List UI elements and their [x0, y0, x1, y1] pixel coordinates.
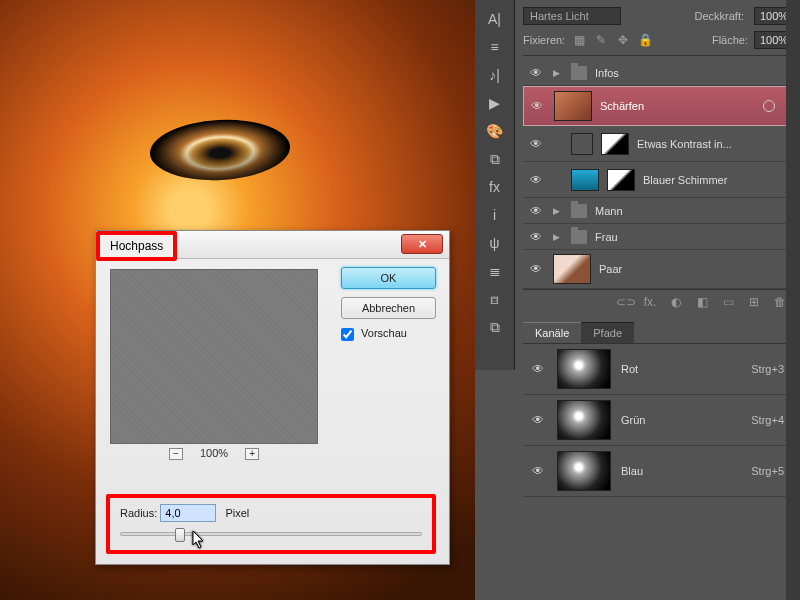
visibility-icon[interactable]: 👁	[529, 464, 547, 478]
visibility-icon[interactable]: 👁	[529, 362, 547, 376]
zoom-in-button[interactable]: +	[245, 448, 259, 460]
channel-thumb[interactable]	[557, 451, 611, 491]
channels-pfade-tabs: Kanäle Pfade	[523, 322, 794, 343]
layer-group-infos[interactable]: 👁 ▶ Infos	[523, 60, 794, 86]
visibility-icon[interactable]: 👁	[528, 99, 546, 113]
layer-paar[interactable]: 👁 Paar	[523, 250, 794, 289]
panel-icon-play[interactable]: ▶	[480, 90, 510, 116]
visibility-icon[interactable]: 👁	[527, 173, 545, 187]
folder-icon	[571, 204, 587, 218]
new-layer-icon[interactable]: ⊞	[746, 295, 762, 309]
folder-icon	[571, 230, 587, 244]
scrollbar[interactable]	[786, 0, 800, 600]
visibility-icon[interactable]: 👁	[527, 230, 545, 244]
mask-thumb[interactable]	[607, 169, 635, 191]
lock-move-icon[interactable]: ✥	[615, 32, 631, 48]
channel-thumb[interactable]	[557, 349, 611, 389]
layer-group-frau[interactable]: 👁 ▶ Frau	[523, 224, 794, 250]
panel-icon-swatches[interactable]: 🎨	[480, 118, 510, 144]
folder-icon	[571, 66, 587, 80]
panel-icon-misc[interactable]: ⧉	[480, 314, 510, 340]
channel-row-green[interactable]: 👁 Grün Strg+4	[523, 395, 794, 446]
lock-paint-icon[interactable]: ✎	[593, 32, 609, 48]
layer-blauer-schimmer[interactable]: 👁 Blauer Schimmer	[523, 162, 794, 198]
layer-name[interactable]: Paar	[599, 263, 790, 275]
blend-mode-select[interactable]: Hartes Licht	[523, 7, 621, 25]
right-panel-area: A| ≡ ♪| ▶ 🎨 ⧉ fx i ψ ≣ ⧈ ⧉ Hartes Licht …	[475, 0, 800, 600]
collapsed-panel-strip[interactable]: A| ≡ ♪| ▶ 🎨 ⧉ fx i ψ ≣ ⧈ ⧉	[475, 0, 515, 370]
channel-shortcut: Strg+3	[751, 363, 784, 375]
layer-name[interactable]: Frau	[595, 231, 790, 243]
chevron-right-icon[interactable]: ▶	[553, 206, 563, 216]
radius-slider[interactable]	[120, 532, 422, 536]
tab-paths[interactable]: Pfade	[581, 322, 634, 343]
channel-thumb[interactable]	[557, 400, 611, 440]
channel-shortcut: Strg+5	[751, 465, 784, 477]
fx-icon[interactable]: fx.	[642, 295, 658, 309]
layer-name[interactable]: Blauer Schimmer	[643, 174, 790, 186]
layer-name[interactable]: Etwas Kontrast in...	[637, 138, 790, 150]
link-icon[interactable]: ⊂⊃	[616, 295, 632, 309]
layers-panel[interactable]: 👁 ▶ Infos 👁 Schärfen 👁 Etwas Kontrast in…	[523, 56, 794, 289]
image-eye-detail	[149, 116, 292, 183]
panel-icon-glyphs[interactable]: ♪|	[480, 62, 510, 88]
lock-pixels-icon[interactable]: ▦	[571, 32, 587, 48]
zoom-level: 100%	[200, 447, 228, 459]
adjustment-icon[interactable]: ◧	[694, 295, 710, 309]
panel-icon-info[interactable]: i	[480, 202, 510, 228]
radius-input[interactable]	[160, 504, 216, 522]
panel-icon-paragraph[interactable]: ≡	[480, 34, 510, 60]
visibility-icon[interactable]: 👁	[527, 137, 545, 151]
layer-thumb[interactable]	[554, 91, 592, 121]
radius-label: Radius:	[120, 507, 157, 519]
chevron-right-icon[interactable]: ▶	[553, 232, 563, 242]
adjust-thumb[interactable]	[571, 133, 593, 155]
channel-name: Grün	[621, 414, 741, 426]
visibility-icon[interactable]: 👁	[527, 66, 545, 80]
layer-name[interactable]: Infos	[595, 67, 790, 79]
panel-icon-list[interactable]: ≣	[480, 258, 510, 284]
radius-slider-thumb[interactable]	[175, 528, 185, 542]
opacity-label: Deckkraft:	[694, 10, 744, 22]
layer-thumb[interactable]	[553, 254, 591, 284]
lock-all-icon[interactable]: 🔒	[637, 32, 653, 48]
channels-panel[interactable]: 👁 Rot Strg+3 👁 Grün Strg+4 👁 Blau Strg+5	[523, 343, 794, 497]
tab-channels[interactable]: Kanäle	[523, 322, 581, 343]
panel-icon-fork[interactable]: ψ	[480, 230, 510, 256]
channel-row-red[interactable]: 👁 Rot Strg+3	[523, 344, 794, 395]
panel-icon-character[interactable]: A|	[480, 6, 510, 32]
channel-name: Blau	[621, 465, 741, 477]
layer-schaerfen[interactable]: 👁 Schärfen	[523, 86, 794, 126]
highpass-dialog: Hochpass ✕ − 100% + OK Abbrechen Vorscha…	[95, 230, 450, 565]
adjust-thumb[interactable]	[571, 169, 599, 191]
visibility-icon[interactable]: 👁	[527, 262, 545, 276]
mask-icon[interactable]: ◐	[668, 295, 684, 309]
channel-shortcut: Strg+4	[751, 414, 784, 426]
dialog-title: Hochpass	[96, 231, 177, 261]
close-button[interactable]: ✕	[401, 234, 443, 254]
chevron-right-icon[interactable]: ▶	[553, 68, 563, 78]
layer-name[interactable]: Schärfen	[600, 100, 789, 112]
lock-label: Fixieren:	[523, 34, 565, 46]
panel-icon-styles[interactable]: fx	[480, 174, 510, 200]
preview-checkbox[interactable]	[341, 328, 354, 341]
cancel-button[interactable]: Abbrechen	[341, 297, 436, 319]
group-icon[interactable]: ▭	[720, 295, 736, 309]
zoom-controls: − 100% +	[110, 447, 318, 460]
panel-icon-grid[interactable]: ⧉	[480, 146, 510, 172]
channel-row-blue[interactable]: 👁 Blau Strg+5	[523, 446, 794, 497]
channel-name: Rot	[621, 363, 741, 375]
zoom-out-button[interactable]: −	[169, 448, 183, 460]
layer-name[interactable]: Mann	[595, 205, 790, 217]
layer-contrast[interactable]: 👁 Etwas Kontrast in...	[523, 126, 794, 162]
layers-footer: ⊂⊃ fx. ◐ ◧ ▭ ⊞ 🗑	[523, 289, 794, 314]
panel-icon-3d[interactable]: ⧈	[480, 286, 510, 312]
visibility-icon[interactable]: 👁	[529, 413, 547, 427]
ok-button[interactable]: OK	[341, 267, 436, 289]
visibility-icon[interactable]: 👁	[527, 204, 545, 218]
layer-group-mann[interactable]: 👁 ▶ Mann	[523, 198, 794, 224]
filter-preview[interactable]	[110, 269, 318, 444]
mask-thumb[interactable]	[601, 133, 629, 155]
dialog-title-bar[interactable]: Hochpass ✕	[96, 231, 449, 259]
preview-checkbox-label: Vorschau	[361, 327, 407, 339]
